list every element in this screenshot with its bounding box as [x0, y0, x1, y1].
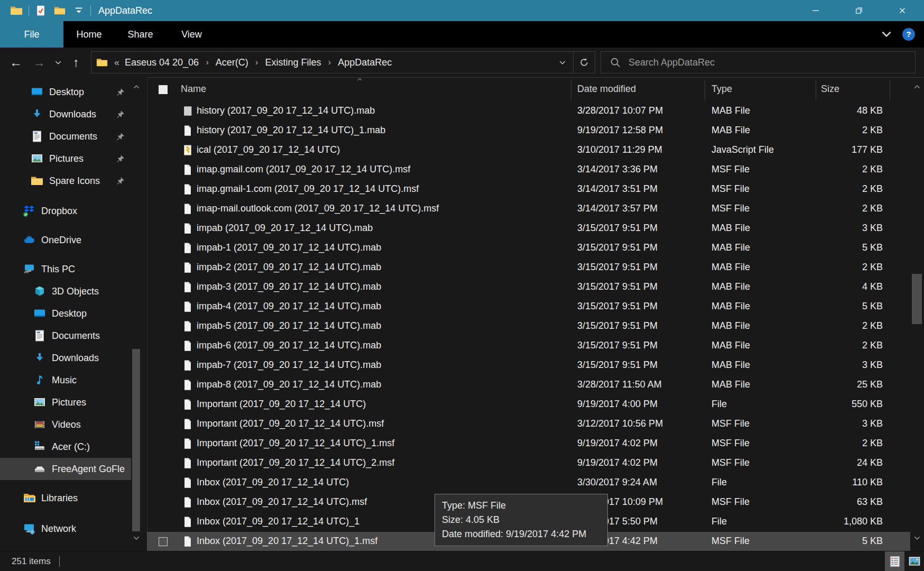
sidebar-item-label: Desktop: [52, 308, 87, 319]
select-all-checkbox[interactable]: [159, 85, 168, 94]
file-row-imap-gmail-1-com-2017-09-20-17-12-14-utc[interactable]: imap.gmail-1.com (2017_09_20 17_12_14 UT…: [147, 180, 910, 199]
sidebar-item-downloads[interactable]: Downloads: [0, 347, 131, 369]
address-bar[interactable]: « Easeus 04 20_06›Acer(C)›Existing Files…: [91, 51, 595, 73]
column-divider[interactable]: [890, 80, 890, 100]
column-header-type[interactable]: Type: [712, 84, 732, 95]
refresh-button[interactable]: [574, 52, 595, 73]
file-list-scrollbar-thumb[interactable]: [912, 274, 922, 324]
sidebar-item-music[interactable]: Music: [0, 369, 131, 391]
sidebar-item-onedrive[interactable]: OneDrive: [0, 229, 131, 251]
sidebar-item-spare-icons[interactable]: Spare Icons: [0, 170, 131, 192]
file-name: impab-8 (2017_09_20 17_12_14 UTC).mab: [197, 379, 381, 390]
file-row-impab-4-2017-09-20-17-12-14-utc-mab[interactable]: impab-4 (2017_09_20 17_12_14 UTC).mab3/1…: [147, 297, 910, 317]
file-list-scrollbar[interactable]: [910, 77, 924, 551]
column-divider[interactable]: [816, 80, 816, 100]
ribbon-collapse-chevron-icon[interactable]: [880, 27, 893, 41]
scroll-down-icon[interactable]: [133, 534, 140, 541]
file-row-inbox-2017-09-20-17-12-14-utc[interactable]: Inbox (2017_09_20 17_12_14 UTC)3/30/2017…: [147, 473, 910, 493]
libraries-icon: [23, 492, 35, 504]
sidebar-item-label: Pictures: [52, 397, 86, 408]
file-row-impab-5-2017-09-20-17-12-14-utc-mab[interactable]: impab-5 (2017_09_20 17_12_14 UTC).mab3/1…: [147, 317, 910, 336]
back-button[interactable]: ←: [6, 48, 25, 77]
search-box[interactable]: [600, 51, 916, 73]
close-button[interactable]: [881, 0, 924, 21]
details-view-button[interactable]: [885, 551, 904, 571]
sidebar-item-acer-c[interactable]: Acer (C:): [0, 436, 131, 458]
sidebar-item-desktop[interactable]: Desktop: [0, 81, 131, 103]
breadcrumb-item-existing-files[interactable]: Existing Files: [263, 57, 323, 68]
column-divider[interactable]: [705, 80, 705, 100]
sidebar-item-freeagent-gofle[interactable]: FreeAgent GoFle: [0, 458, 131, 480]
file-row-impab-6-2017-09-20-17-12-14-utc-mab[interactable]: impab-6 (2017_09_20 17_12_14 UTC).mab3/1…: [147, 336, 910, 356]
sidebar-item-downloads[interactable]: Downloads: [0, 103, 131, 125]
file-row-imap-gmail-com-2017-09-20-17-12-14-utc-m[interactable]: imap.gmail.com (2017_09_20 17_12_14 UTC)…: [147, 160, 910, 180]
file-name: history (2017_09_20 17_12_14 UTC)_1.mab: [197, 125, 385, 136]
restore-button[interactable]: [837, 0, 881, 21]
sidebar-scrollbar[interactable]: [131, 77, 142, 551]
tab-file[interactable]: File: [0, 21, 63, 48]
address-dropdown-button[interactable]: [552, 52, 573, 73]
minimize-button[interactable]: [794, 0, 837, 21]
file-row-impab-3-2017-09-20-17-12-14-utc-mab[interactable]: impab-3 (2017_09_20 17_12_14 UTC).mab3/1…: [147, 278, 910, 297]
tab-share[interactable]: Share: [115, 21, 166, 48]
sidebar-item-this-pc[interactable]: This PC: [0, 258, 131, 280]
file-type: MSF File: [712, 183, 750, 195]
file-row-impab-8-2017-09-20-17-12-14-utc-mab[interactable]: impab-8 (2017_09_20 17_12_14 UTC).mab3/2…: [147, 375, 910, 395]
sidebar-item-documents[interactable]: Documents: [0, 325, 131, 347]
file-row-impab-2017-09-20-17-12-14-utc-mab[interactable]: impab (2017_09_20 17_12_14 UTC).mab3/15/…: [147, 219, 910, 238]
help-icon[interactable]: ?: [902, 27, 916, 41]
column-header-size[interactable]: Size: [821, 84, 839, 95]
column-header-name[interactable]: Name: [181, 84, 206, 95]
search-input[interactable]: [627, 57, 904, 69]
tab-view[interactable]: View: [166, 21, 217, 48]
breadcrumb-overflow-indicator[interactable]: «: [114, 57, 119, 68]
file-row-ical-2017-09-20-17-12-14-utc[interactable]: ical (2017_09_20 17_12_14 UTC)3/10/2017 …: [147, 141, 910, 160]
svg-text:?: ?: [906, 30, 911, 39]
scroll-down-icon[interactable]: [913, 534, 921, 541]
file-row-important-2017-09-20-17-12-14-utc-1-msf[interactable]: Important (2017_09_20 17_12_14 UTC)_1.ms…: [147, 434, 910, 454]
sidebar-item-label: Spare Icons: [49, 176, 100, 187]
sidebar-item-libraries[interactable]: Libraries: [0, 487, 131, 509]
breadcrumb-item-acer-c[interactable]: Acer(C): [214, 57, 251, 68]
breadcrumb-separator-icon[interactable]: ›: [324, 57, 336, 68]
column-divider[interactable]: [571, 80, 571, 100]
qat-properties-icon[interactable]: [35, 5, 47, 16]
sidebar-item-pictures[interactable]: Pictures: [0, 148, 131, 170]
scroll-up-icon[interactable]: [913, 84, 921, 91]
recent-locations-chevron-icon[interactable]: [51, 48, 66, 77]
up-button[interactable]: ↑: [67, 48, 86, 77]
file-row-history-2017-09-20-17-12-14-utc-1-mab[interactable]: history (2017_09_20 17_12_14 UTC)_1.mab9…: [147, 121, 910, 141]
qat-new-folder-icon[interactable]: [54, 5, 66, 16]
column-header-date-modified[interactable]: Date modified: [577, 84, 636, 95]
file-row-impab-2-2017-09-20-17-12-14-utc-mab[interactable]: impab-2 (2017_09_20 17_12_14 UTC).mab3/1…: [147, 258, 910, 278]
file-row-important-2017-09-20-17-12-14-utc[interactable]: Important (2017_09_20 17_12_14 UTC)9/19/…: [147, 395, 910, 415]
file-row-history-2017-09-20-17-12-14-utc-mab[interactable]: history (2017_09_20 17_12_14 UTC).mab3/2…: [147, 102, 910, 121]
sidebar-item-dropbox[interactable]: Dropbox: [0, 200, 131, 222]
sidebar-item-network[interactable]: Network: [0, 518, 131, 540]
file-row-impab-1-2017-09-20-17-12-14-utc-mab[interactable]: impab-1 (2017_09_20 17_12_14 UTC).mab3/1…: [147, 238, 910, 258]
sidebar-item-desktop[interactable]: Desktop: [0, 302, 131, 325]
qat-customize-chevron-icon[interactable]: [73, 5, 85, 16]
breadcrumb-separator-icon[interactable]: ›: [201, 57, 214, 68]
file-size: 63 KB: [816, 496, 883, 508]
sidebar-scrollbar-thumb[interactable]: [132, 349, 140, 531]
sidebar-item-label: FreeAgent GoFle: [52, 464, 125, 475]
tab-home[interactable]: Home: [63, 21, 115, 48]
file-size: 110 KB: [816, 477, 883, 488]
breadcrumb-separator-icon[interactable]: ›: [251, 57, 263, 68]
sidebar-item-pictures[interactable]: Pictures: [0, 391, 131, 413]
thumbnails-view-button[interactable]: [904, 551, 924, 571]
sidebar-item-videos[interactable]: Videos: [0, 413, 131, 436]
row-checkbox[interactable]: [159, 537, 168, 546]
forward-button[interactable]: →: [30, 48, 49, 77]
sidebar-item-3d-objects[interactable]: 3D Objects: [0, 280, 131, 302]
breadcrumb-item-appdatarec[interactable]: AppDataRec: [336, 57, 394, 68]
file-row-important-2017-09-20-17-12-14-utc-msf[interactable]: Important (2017_09_20 17_12_14 UTC).msf3…: [147, 415, 910, 434]
file-name: impab-2 (2017_09_20 17_12_14 UTC).mab: [197, 262, 381, 273]
sidebar-item-documents[interactable]: Documents: [0, 125, 131, 148]
breadcrumb-item-easeus-04-20-06[interactable]: Easeus 04 20_06: [123, 57, 201, 68]
scroll-up-icon[interactable]: [133, 84, 140, 91]
file-row-impab-7-2017-09-20-17-12-14-utc-mab[interactable]: impab-7 (2017_09_20 17_12_14 UTC).mab3/1…: [147, 356, 910, 375]
file-row-imap-mail-outlook-com-2017-09-20-17-12-1[interactable]: imap-mail.outlook.com (2017_09_20 17_12_…: [147, 199, 910, 219]
file-row-important-2017-09-20-17-12-14-utc-2-msf[interactable]: Important (2017_09_20 17_12_14 UTC)_2.ms…: [147, 454, 910, 473]
